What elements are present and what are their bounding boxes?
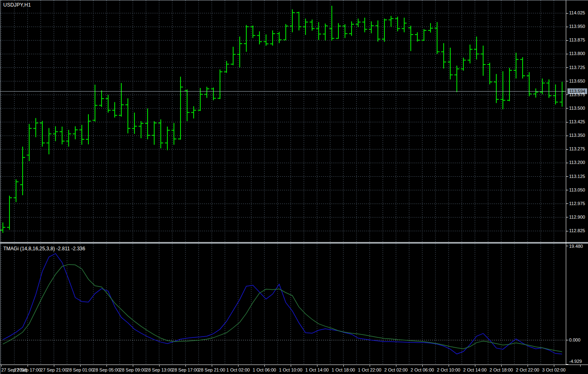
price-axis-line [566,0,566,365]
time-tick [133,365,133,367]
time-tick-label: 28 Sep 09:00 [119,367,146,372]
price-tick [566,13,568,14]
price-tick [566,136,568,136]
time-tick [343,365,344,367]
time-tick [54,365,54,367]
price-tick-label: 113.500 [569,106,585,111]
time-tick [422,365,423,367]
time-tick-label: 28 Sep 21:00 [198,367,225,372]
mt4-chart-window: USDJPY,H1 TMAGi (14,8,16,25,3,8) -2.811 … [0,0,588,374]
time-tick [449,365,449,367]
time-tick-label: 28 Sep 17:00 [172,367,199,372]
time-tick-label: 27 Sep 21:00 [40,367,67,372]
time-tick-label: 2 Oct 10:00 [437,367,461,372]
time-tick-label: 2 Oct 06:00 [411,367,434,372]
symbol-period-label: USDJPY,H1 [3,2,31,8]
price-tick-label: 113.650 [569,78,585,83]
indicator-panel[interactable] [0,244,566,365]
price-tick [566,95,568,95]
price-tick-label: 113.350 [569,133,585,138]
price-chart-panel[interactable] [0,0,566,242]
time-tick-label: 1 Oct 22:00 [358,367,382,372]
price-tick-label: 113.800 [569,51,585,56]
indicator-axis-min: -4.929 [569,359,582,364]
time-tick-label: 28 Sep 01:00 [67,367,93,372]
price-tick [566,27,568,27]
price-tick-label: 112.825 [569,228,585,233]
price-tick-label: 113.200 [569,160,585,165]
time-tick-label: 28 Sep 13:00 [146,367,172,372]
time-tick [159,365,160,367]
price-tick [566,122,568,122]
time-tick [317,365,317,367]
ind-tick-max [566,246,568,246]
time-tick [554,365,554,367]
price-tick [566,81,568,81]
indicator-axis-zero: 0.000 [569,337,581,342]
price-tick-label: 114.025 [569,10,585,15]
time-axis: 27 Sep 201827 Sep 17:0027 Sep 21:0028 Se… [0,365,588,374]
price-tick [566,163,568,163]
time-tick [238,365,238,367]
time-tick [475,365,475,367]
time-tick-label: 2 Oct 18:00 [490,367,513,372]
price-tick [566,54,568,54]
price-tick-label: 113.125 [569,174,585,179]
price-tick-label: 113.425 [569,119,585,124]
price-tick-label: 113.725 [569,65,585,70]
time-tick [396,365,396,367]
time-tick [106,365,107,367]
time-tick-label: 1 Oct 02:00 [227,367,250,372]
price-tick-label: 113.275 [569,146,585,151]
price-tick-label: 113.875 [569,37,585,42]
price-tick-label: 112.975 [569,201,585,206]
time-tick [1,365,2,367]
price-tick [566,176,568,177]
price-tick [566,67,568,68]
price-tick [566,190,568,190]
price-tick-label: 113.575 [569,92,585,97]
price-axis: 113.594 19.480 0.000 -4.929 114.025113.9… [566,0,588,365]
time-tick [291,365,291,367]
time-tick [528,365,528,367]
time-tick-label: 28 Sep 05:00 [93,367,120,372]
time-tick [212,365,212,367]
time-tick-label: 27 Sep 17:00 [14,367,41,372]
price-tick-label: 113.950 [569,24,585,29]
price-tick [566,149,568,150]
time-tick-label: 2 Oct 02:00 [384,367,408,372]
time-tick-label: 1 Oct 06:00 [253,367,276,372]
time-tick-label: 1 Oct 10:00 [279,367,303,372]
price-tick [566,108,568,109]
price-tick [566,40,568,41]
time-tick-label: 2 Oct 14:00 [463,367,487,372]
price-tick [566,203,568,204]
time-tick [501,365,502,367]
time-tick [185,365,186,367]
price-tick [566,231,568,231]
price-tick-label: 112.900 [569,215,585,219]
time-tick-label: 1 Oct 14:00 [306,367,329,372]
time-tick [28,365,28,367]
time-tick [370,365,370,367]
price-tick [566,217,568,217]
tmagi-main-blue-line [3,254,562,354]
tmagi-signal-green-line [3,264,562,351]
time-tick-label: 2 Oct 22:00 [516,367,539,372]
time-tick [80,365,81,367]
time-tick-label: 1 Oct 18:00 [332,367,355,372]
time-tick [264,365,265,367]
ind-tick-zero [566,340,568,340]
indicator-axis-max: 19.480 [569,244,583,249]
time-tick [580,365,581,367]
indicator-label: TMAGi (14,8,16,25,3,8) -2.811 -2.336 [3,246,85,252]
time-tick-label: 3 Oct 02:00 [542,367,566,372]
price-tick-label: 113.050 [569,187,585,192]
